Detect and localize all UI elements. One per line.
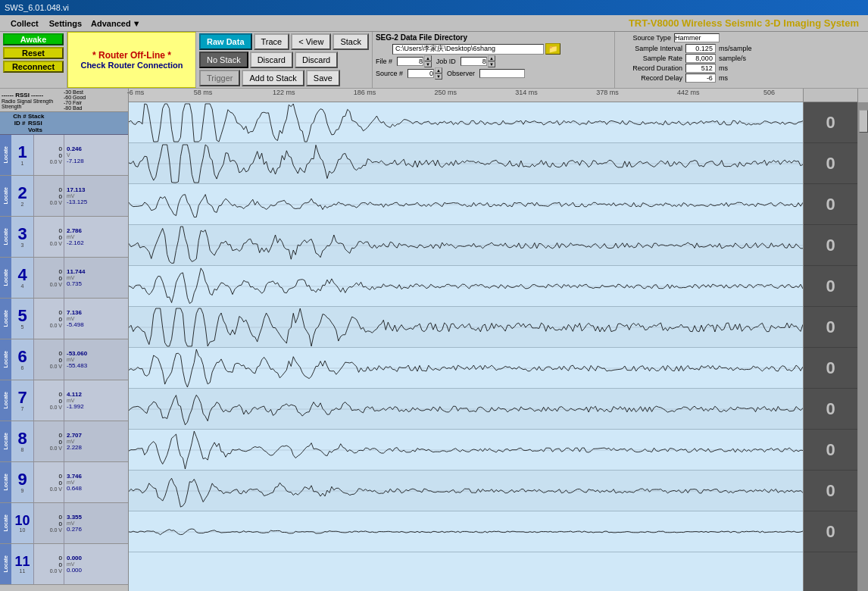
locate-button[interactable]: Locate bbox=[0, 462, 11, 502]
file-number-input[interactable] bbox=[397, 57, 423, 66]
stack-val: 0 bbox=[59, 309, 62, 316]
wave-row bbox=[129, 143, 803, 184]
advanced-menu[interactable]: Advanced ▼ bbox=[88, 18, 143, 29]
trace-button[interactable]: Trace bbox=[254, 33, 290, 50]
rssi-val-good: -60 Good bbox=[64, 95, 86, 100]
wave-row bbox=[129, 389, 803, 430]
job-id-input[interactable] bbox=[461, 57, 487, 66]
channel-row: Locate 2 2 0 0 0.0 V 17.113 mV -13.125 bbox=[0, 176, 128, 217]
seg2-title: SEG-2 Data File Directory bbox=[376, 33, 611, 42]
seg2-dir-input[interactable] bbox=[392, 44, 544, 55]
channel-row: Locate 1 1 0 0 0.0 V 0.246 V -7.128 bbox=[0, 135, 128, 176]
wave-row bbox=[129, 430, 803, 471]
val2: 0.276 bbox=[67, 526, 126, 533]
stack-val: 0 bbox=[59, 145, 62, 152]
reset-button[interactable]: Reset bbox=[3, 47, 64, 59]
time-label-2: 122 ms bbox=[273, 89, 295, 96]
locate-button[interactable]: Locate bbox=[0, 176, 11, 216]
rssi-val: 0 bbox=[59, 193, 62, 200]
right-stack-val: 0 bbox=[804, 307, 857, 348]
volts-val: 0.0 V bbox=[50, 241, 62, 246]
source-type-input[interactable] bbox=[674, 33, 720, 42]
locate-button[interactable]: Locate bbox=[0, 258, 11, 298]
ch-id-val: 6 bbox=[21, 365, 24, 371]
raw-data-button[interactable]: Raw Data bbox=[199, 33, 252, 50]
val1: 17.113 bbox=[67, 186, 126, 193]
channel-row: Locate 3 3 0 0 0.0 V 2.786 mV -2.162 bbox=[0, 217, 128, 258]
sample-interval-val: 0.125 bbox=[685, 44, 716, 53]
volts-val: 0.0 V bbox=[50, 405, 62, 410]
ch-id-val: 1 bbox=[21, 161, 24, 166]
folder-button[interactable]: 📁 bbox=[545, 43, 560, 55]
job-down-arrow[interactable]: ▼ bbox=[488, 61, 495, 67]
locate-button[interactable]: Locate bbox=[0, 299, 11, 339]
wave-row bbox=[129, 102, 803, 143]
file-down-arrow[interactable]: ▼ bbox=[424, 61, 432, 67]
channel-row: Locate 5 5 0 0 0.0 V 7.136 mV -5.498 bbox=[0, 299, 128, 339]
title-bar: SWS_6.01.048.vi bbox=[0, 0, 868, 15]
awake-button[interactable]: Awake bbox=[3, 33, 64, 45]
record-duration-label: Record Duration bbox=[618, 64, 682, 72]
source-down-arrow[interactable]: ▼ bbox=[435, 73, 442, 80]
view-button[interactable]: < View bbox=[291, 33, 331, 50]
source-num-input[interactable] bbox=[407, 69, 434, 78]
stack-val: 0 bbox=[59, 514, 62, 521]
wave-row bbox=[129, 348, 803, 389]
trigger-button[interactable]: Trigger bbox=[199, 70, 240, 86]
sample-rate-unit: sample/s bbox=[719, 55, 746, 62]
sample-rate-val: 8,000 bbox=[685, 54, 716, 63]
observer-input[interactable] bbox=[479, 69, 525, 78]
source-up-arrow[interactable]: ▲ bbox=[435, 67, 442, 73]
record-delay-unit: ms bbox=[719, 74, 728, 82]
locate-button[interactable]: Locate bbox=[0, 217, 11, 257]
locate-button[interactable]: Locate bbox=[0, 135, 11, 175]
discard2-button[interactable]: Discard bbox=[295, 52, 338, 68]
settings-menu[interactable]: Settings bbox=[45, 18, 86, 29]
stack-button[interactable]: Stack bbox=[333, 33, 369, 50]
locate-button[interactable]: Locate bbox=[0, 544, 11, 584]
right-stack-val: 0 bbox=[804, 348, 857, 389]
rssi-val: 0 bbox=[59, 398, 62, 405]
channel-list: Locate 1 1 0 0 0.0 V 0.246 V -7.128 Loca… bbox=[0, 135, 128, 591]
discard1-button[interactable]: Discard bbox=[250, 52, 293, 68]
val1: 2.786 bbox=[67, 227, 126, 234]
stack-val: 0 bbox=[59, 227, 62, 234]
right-stack-val: 0 bbox=[804, 266, 857, 307]
source-label: Source # bbox=[376, 70, 403, 77]
locate-button[interactable]: Locate bbox=[0, 380, 11, 421]
ch-number: 5 bbox=[17, 308, 27, 324]
scroll-thumb[interactable] bbox=[859, 110, 868, 133]
unit1: mV bbox=[67, 398, 126, 403]
sample-interval-unit: ms/sample bbox=[719, 45, 752, 52]
ch-id-val: 4 bbox=[21, 283, 24, 289]
locate-button[interactable]: Locate bbox=[0, 503, 11, 543]
locate-button[interactable]: Locate bbox=[0, 339, 11, 380]
app-title: SWS_6.01.048.vi bbox=[5, 3, 69, 12]
val1: 3.746 bbox=[67, 473, 126, 480]
val2: 0.735 bbox=[67, 280, 126, 287]
ch-number: 3 bbox=[17, 226, 27, 242]
job-up-arrow[interactable]: ▲ bbox=[488, 55, 495, 61]
ch-number: 1 bbox=[17, 144, 27, 161]
advanced-label: Advanced bbox=[91, 19, 131, 28]
volts-val: 0.0 V bbox=[50, 568, 62, 574]
volts-val: 0.0 V bbox=[50, 446, 62, 451]
reconnect-button[interactable]: Reconnect bbox=[3, 61, 64, 73]
locate-button[interactable]: Locate bbox=[0, 421, 11, 461]
stack-val: 0 bbox=[59, 555, 62, 561]
volts-val: 0.0 V bbox=[50, 364, 62, 369]
no-stack-button[interactable]: No Stack bbox=[199, 52, 248, 68]
sample-interval-label: Sample Interval bbox=[618, 45, 682, 52]
right-stack-val: 0 bbox=[804, 389, 857, 430]
wave-row bbox=[129, 184, 803, 225]
add-to-stack-button[interactable]: Add to Stack bbox=[242, 70, 304, 86]
scrollbar[interactable] bbox=[857, 89, 868, 591]
channel-row: Locate 7 7 0 0 0.0 V 4.112 mV -1.992 bbox=[0, 380, 128, 421]
save-button[interactable]: Save bbox=[306, 70, 340, 86]
val1: 7.136 bbox=[67, 309, 126, 316]
channel-row: Locate 6 6 0 0 0.0 V -53.060 mV -55.483 bbox=[0, 339, 128, 380]
wave-row bbox=[129, 225, 803, 266]
file-up-arrow[interactable]: ▲ bbox=[424, 55, 432, 61]
collect-menu[interactable]: Collect bbox=[6, 18, 43, 29]
ch-id-val: 10 bbox=[20, 527, 26, 533]
